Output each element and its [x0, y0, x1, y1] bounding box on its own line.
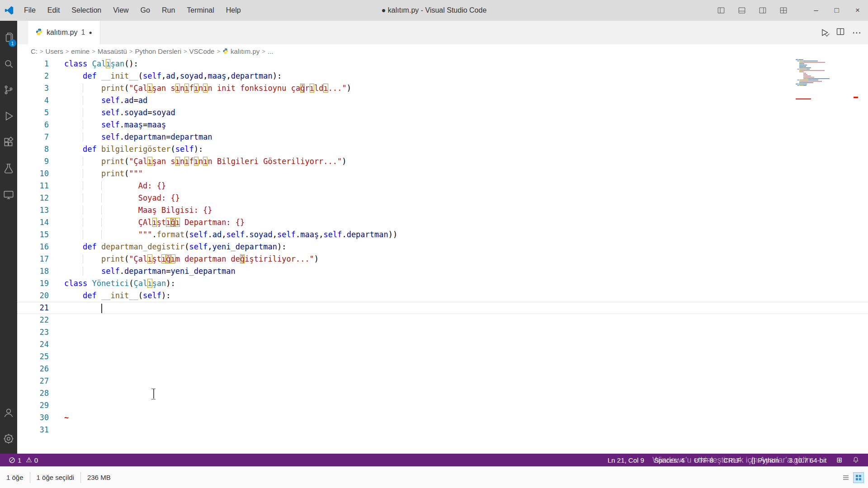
- code-line-21[interactable]: 21: [17, 302, 868, 314]
- activity-bar-testing-icon[interactable]: [0, 155, 17, 182]
- layout-customize-icon[interactable]: [773, 0, 794, 21]
- code-line-16[interactable]: 16 def departman_degistir(self,yeni_depa…: [17, 241, 868, 253]
- code-line-13[interactable]: 13 Maaş Bilgisi: {}: [17, 204, 868, 216]
- code-line-29[interactable]: 29: [17, 399, 868, 412]
- line-number[interactable]: 8: [17, 143, 49, 155]
- code-line-20[interactable]: 20 def __init__(self):: [17, 290, 868, 302]
- code-line-10[interactable]: 10 print(""": [17, 168, 868, 180]
- code-line-15[interactable]: 15 """.format(self.ad,self.soyad,self.ma…: [17, 229, 868, 241]
- line-number[interactable]: 22: [17, 314, 49, 326]
- code-line-26[interactable]: 26: [17, 363, 868, 375]
- code-line-4[interactable]: 4 self.ad=ad: [17, 94, 868, 107]
- menu-run[interactable]: Run: [156, 0, 181, 21]
- activity-bar-remote-explorer-icon[interactable]: [0, 182, 17, 208]
- line-number[interactable]: 12: [17, 192, 49, 204]
- line-number[interactable]: 4: [17, 94, 49, 107]
- line-number[interactable]: 16: [17, 241, 49, 253]
- code-line-5[interactable]: 5 self.soyad=soyad: [17, 107, 868, 119]
- code-line-24[interactable]: 24: [17, 338, 868, 351]
- line-number[interactable]: 31: [17, 424, 49, 436]
- more-actions-icon[interactable]: ⋯: [852, 27, 862, 38]
- line-number[interactable]: 10: [17, 168, 49, 180]
- breadcrumb-item[interactable]: VSCode: [189, 47, 215, 55]
- activity-bar-settings-gear-icon[interactable]: [0, 426, 17, 452]
- activity-bar-run-debug-icon[interactable]: [0, 103, 17, 129]
- code-line-14[interactable]: 14 ÇAlıştığı Departman: {}: [17, 216, 868, 229]
- line-number[interactable]: 30: [17, 412, 49, 424]
- line-number[interactable]: 21: [17, 302, 49, 314]
- code-line-19[interactable]: 19class Yönetici(Çalışan):: [17, 277, 868, 290]
- code-line-31[interactable]: 31: [17, 424, 868, 436]
- menu-go[interactable]: Go: [135, 0, 156, 21]
- breadcrumb-item[interactable]: Users: [46, 47, 63, 55]
- status-python[interactable]: {}Python: [747, 456, 783, 464]
- menu-terminal[interactable]: Terminal: [181, 0, 220, 21]
- layout-sidebar-right-icon[interactable]: [752, 0, 773, 21]
- breadcrumb-item[interactable]: Masaüstü: [98, 47, 127, 55]
- line-number[interactable]: 3: [17, 82, 49, 94]
- breadcrumb-item[interactable]: C:: [31, 47, 38, 55]
- line-number[interactable]: 5: [17, 107, 49, 119]
- line-number[interactable]: 6: [17, 119, 49, 131]
- status-misc-icon[interactable]: ⊞: [832, 456, 846, 464]
- code-line-1[interactable]: 1class Çalışan():: [17, 58, 868, 70]
- code-line-17[interactable]: 17 print("Çalıştığım departman değiştiri…: [17, 253, 868, 265]
- activity-bar-files-icon[interactable]: 1: [0, 24, 17, 51]
- menu-file[interactable]: File: [18, 0, 42, 21]
- code-line-9[interactable]: 9 print("Çalışan sınıfının Bilgileri Gös…: [17, 155, 868, 168]
- notifications-bell-icon[interactable]: [848, 456, 863, 464]
- status-ln-21-col-9[interactable]: Ln 21, Col 9: [604, 456, 648, 464]
- breadcrumb-item[interactable]: ...: [268, 47, 274, 55]
- line-number[interactable]: 18: [17, 265, 49, 277]
- run-python-file-button[interactable]: [820, 28, 829, 37]
- line-number[interactable]: 27: [17, 375, 49, 387]
- code-line-18[interactable]: 18 self.departman=yeni_departman: [17, 265, 868, 277]
- line-number[interactable]: 24: [17, 338, 49, 351]
- tab-dirty-indicator[interactable]: ●: [89, 29, 92, 36]
- view-list-icon[interactable]: [841, 473, 851, 483]
- code-line-22[interactable]: 22: [17, 314, 868, 326]
- code-line-3[interactable]: 3 print("Çalışan sınıfının init fonksioy…: [17, 82, 868, 94]
- line-number[interactable]: 11: [17, 180, 49, 192]
- code-line-30[interactable]: 30~: [17, 412, 868, 424]
- line-number[interactable]: 28: [17, 387, 49, 399]
- minimap[interactable]: [796, 59, 842, 101]
- line-number[interactable]: 19: [17, 277, 49, 290]
- code-line-2[interactable]: 2 def __init__(self,ad,soyad,maaş,depart…: [17, 70, 868, 82]
- breadcrumb-item[interactable]: Python Dersleri: [135, 47, 181, 55]
- layout-sidebar-left-icon[interactable]: [711, 0, 731, 21]
- code-editor[interactable]: 1class Çalışan():2 def __init__(self,ad,…: [17, 58, 868, 454]
- close-button[interactable]: ×: [847, 0, 868, 21]
- line-number[interactable]: 1: [17, 58, 49, 70]
- breadcrumb-item[interactable]: kalıtım.py: [222, 47, 259, 55]
- code-line-6[interactable]: 6 self.maaş=maaş: [17, 119, 868, 131]
- layout-panel-icon[interactable]: [731, 0, 752, 21]
- breadcrumb-item[interactable]: emine: [71, 47, 90, 55]
- code-line-28[interactable]: 28: [17, 387, 868, 399]
- line-number[interactable]: 9: [17, 155, 49, 168]
- activity-bar-search-icon[interactable]: [0, 51, 17, 77]
- line-number[interactable]: 23: [17, 326, 49, 338]
- vscode-logo-icon[interactable]: [0, 0, 18, 21]
- problems-indicator[interactable]: 1 ⚠ 0: [5, 456, 42, 464]
- status-crlf[interactable]: CRLF: [719, 456, 745, 464]
- code-line-27[interactable]: 27: [17, 375, 868, 387]
- menu-selection[interactable]: Selection: [66, 0, 107, 21]
- code-line-11[interactable]: 11 Ad: {}: [17, 180, 868, 192]
- menu-help[interactable]: Help: [220, 0, 247, 21]
- code-line-12[interactable]: 12 Soyad: {}: [17, 192, 868, 204]
- line-number[interactable]: 15: [17, 229, 49, 241]
- minimize-button[interactable]: –: [806, 0, 826, 21]
- line-number[interactable]: 13: [17, 204, 49, 216]
- activity-bar-source-control-icon[interactable]: [0, 77, 17, 103]
- line-number[interactable]: 29: [17, 399, 49, 412]
- line-number[interactable]: 14: [17, 216, 49, 229]
- code-line-7[interactable]: 7 self.departman=departman: [17, 131, 868, 143]
- tab-kalitim-py[interactable]: kalıtım.py 1 ●: [28, 21, 100, 44]
- line-number[interactable]: 25: [17, 351, 49, 363]
- split-editor-icon[interactable]: [836, 27, 845, 38]
- line-number[interactable]: 17: [17, 253, 49, 265]
- line-number[interactable]: 7: [17, 131, 49, 143]
- activity-bar-account-icon[interactable]: [0, 399, 17, 426]
- line-number[interactable]: 2: [17, 70, 49, 82]
